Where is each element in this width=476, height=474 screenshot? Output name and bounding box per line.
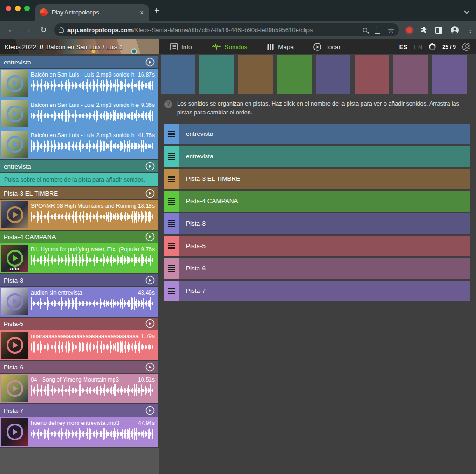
maximize-window-button[interactable] bbox=[24, 6, 30, 11]
track-swatch[interactable] bbox=[432, 55, 467, 94]
lang-es-button[interactable]: ES bbox=[399, 43, 407, 50]
nav-tocar[interactable]: Tocar bbox=[313, 43, 341, 51]
sidebar-track-header[interactable]: Pista-3 EL TIMBRE bbox=[0, 187, 158, 199]
clip-play-icon[interactable] bbox=[7, 424, 23, 440]
track-row-label[interactable]: entrevista bbox=[186, 153, 213, 160]
track-swatch[interactable] bbox=[277, 55, 312, 94]
clip-item[interactable]: audion sin entrevista43.46s bbox=[0, 287, 158, 317]
track-play-button[interactable] bbox=[145, 362, 155, 372]
track-play-button[interactable] bbox=[145, 57, 155, 67]
browser-tab[interactable]: Play Antropoloops × bbox=[35, 4, 149, 21]
clip-thumbnail[interactable] bbox=[1, 70, 28, 97]
drag-handle[interactable] bbox=[164, 169, 179, 189]
extensions-puzzle-icon[interactable] bbox=[420, 27, 427, 34]
track-row[interactable]: Pista-8 bbox=[164, 213, 470, 234]
drag-handle[interactable] bbox=[164, 258, 179, 279]
clip-thumbnail[interactable] bbox=[1, 100, 28, 127]
clip-thumbnail[interactable]: aña bbox=[1, 245, 28, 272]
track-play-button[interactable] bbox=[145, 406, 155, 415]
track-row[interactable]: entrevista bbox=[164, 146, 470, 167]
track-play-button[interactable] bbox=[145, 319, 155, 328]
drag-handle[interactable] bbox=[164, 124, 179, 144]
clip-item[interactable]: Balcón en San Luis - Luis 2.mp3 sonido h… bbox=[0, 129, 158, 159]
track-swatch[interactable] bbox=[355, 55, 389, 94]
sidebar-track-header[interactable]: Pista-8 bbox=[0, 274, 158, 286]
clip-waveform[interactable] bbox=[31, 340, 155, 354]
clip-play-icon[interactable] bbox=[7, 337, 23, 354]
clip-waveform[interactable] bbox=[31, 427, 155, 440]
sidebar-track-header[interactable]: Pista-6 bbox=[0, 361, 158, 373]
track-play-button[interactable] bbox=[145, 162, 155, 171]
record-extension-icon[interactable] bbox=[406, 27, 412, 33]
clip-play-icon[interactable] bbox=[7, 136, 23, 153]
bookmark-star-icon[interactable]: ☆ bbox=[388, 26, 394, 35]
clip-waveform[interactable] bbox=[31, 210, 155, 223]
track-play-button[interactable] bbox=[145, 232, 155, 241]
sidebar-track-header[interactable]: Pista-5 bbox=[0, 318, 158, 330]
clip-waveform[interactable] bbox=[31, 254, 155, 267]
sidebar-track-name[interactable]: Pista-5 bbox=[4, 320, 145, 327]
address-bar[interactable]: app.antropoloops.com/Kleos-Santa-Marina/… bbox=[54, 23, 399, 36]
minimize-window-button[interactable] bbox=[15, 6, 21, 11]
clip-thumbnail[interactable] bbox=[1, 288, 28, 315]
side-panel-icon[interactable] bbox=[435, 27, 442, 34]
clip-play-icon[interactable] bbox=[7, 293, 23, 310]
clip-play-icon[interactable] bbox=[7, 250, 23, 267]
drag-handle[interactable] bbox=[164, 281, 179, 301]
track-row[interactable]: entrevista bbox=[164, 124, 470, 144]
sidebar-track-header[interactable]: entrevista bbox=[0, 56, 158, 68]
share-icon[interactable] bbox=[375, 28, 380, 34]
clip-item[interactable]: añaB1. Hymns for purifying water, Etc. (… bbox=[0, 243, 158, 273]
sidebar-track-name[interactable]: Pista-7 bbox=[4, 407, 145, 414]
track-row[interactable]: Pista-5 bbox=[164, 236, 470, 256]
sidebar-track-name[interactable]: entrevista bbox=[4, 59, 145, 66]
clip-waveform[interactable] bbox=[31, 79, 155, 92]
new-tab-button[interactable]: + bbox=[154, 6, 160, 15]
track-row-label[interactable]: Pista-4 CAMPANA bbox=[186, 198, 238, 205]
track-row[interactable]: Pista-3 EL TIMBRE bbox=[164, 169, 470, 189]
nav-sonidos[interactable]: Sonidos bbox=[212, 43, 248, 50]
browser-menu-icon[interactable]: ⋮ bbox=[467, 26, 474, 34]
breadcrumb-project[interactable]: Kleos 2022 bbox=[5, 43, 36, 50]
clip-item[interactable]: 04 - Song of Yimeng Mountain.mp310.51s bbox=[0, 374, 158, 403]
clip-waveform[interactable] bbox=[31, 140, 155, 153]
track-play-button[interactable] bbox=[145, 276, 155, 285]
track-row-label[interactable]: Pista-8 bbox=[186, 220, 206, 227]
clip-waveform[interactable] bbox=[31, 297, 155, 310]
account-icon[interactable] bbox=[462, 43, 470, 51]
clip-waveform[interactable] bbox=[31, 384, 155, 397]
sidebar-track-name[interactable]: Pista-6 bbox=[4, 364, 145, 371]
drag-handle[interactable] bbox=[164, 146, 179, 167]
track-row-label[interactable]: Pista-5 bbox=[186, 242, 206, 249]
clip-thumbnail[interactable] bbox=[1, 131, 28, 158]
nav-info[interactable]: Info bbox=[170, 43, 192, 50]
track-play-button[interactable] bbox=[145, 189, 155, 198]
sidebar-track-header[interactable]: entrevista bbox=[0, 160, 158, 172]
clip-thumbnail[interactable] bbox=[1, 375, 28, 402]
clip-play-icon[interactable] bbox=[7, 206, 23, 223]
map-thumbnail-header[interactable]: Kleos 2022//Balcón en San Luis / Luis 2 bbox=[0, 39, 159, 54]
drag-handle[interactable] bbox=[164, 213, 179, 234]
sidebar-track-name[interactable]: Pista-3 EL TIMBRE bbox=[4, 190, 145, 197]
sidebar-track-name[interactable]: entrevista bbox=[4, 163, 145, 170]
sidebar-track-header[interactable]: Pista-4 CAMPANA bbox=[0, 231, 158, 243]
track-row-label[interactable]: entrevista bbox=[186, 130, 213, 137]
close-tab-icon[interactable]: × bbox=[140, 8, 144, 16]
clip-thumbnail[interactable] bbox=[1, 418, 28, 446]
clip-thumbnail[interactable] bbox=[1, 201, 28, 228]
zoom-search-icon[interactable] bbox=[363, 28, 367, 32]
clip-item[interactable]: SPOAMR 08 High Mountains and Running ...… bbox=[0, 200, 158, 230]
clip-item[interactable]: Balcón en San Luis - Luis 2.mp3 sonido h… bbox=[0, 99, 158, 129]
lang-en-button[interactable]: EN bbox=[414, 43, 422, 50]
forward-button[interactable]: → bbox=[20, 25, 36, 35]
clip-item[interactable]: ouaraaaaaaaaaaaaaaaaaaaaaaaaaaaaaaaaa...… bbox=[0, 330, 158, 360]
clip-thumbnail[interactable] bbox=[1, 332, 28, 359]
track-swatch[interactable] bbox=[393, 55, 428, 94]
nav-mapa[interactable]: Mapa bbox=[267, 43, 294, 50]
track-row-label[interactable]: Pista-6 bbox=[186, 265, 206, 272]
track-row-label[interactable]: Pista-3 EL TIMBRE bbox=[186, 175, 240, 182]
back-button[interactable]: ← bbox=[4, 25, 20, 35]
track-swatch[interactable] bbox=[199, 55, 234, 94]
sidebar-track-header[interactable]: Pista-7 bbox=[0, 404, 158, 417]
track-swatch[interactable] bbox=[161, 55, 195, 94]
